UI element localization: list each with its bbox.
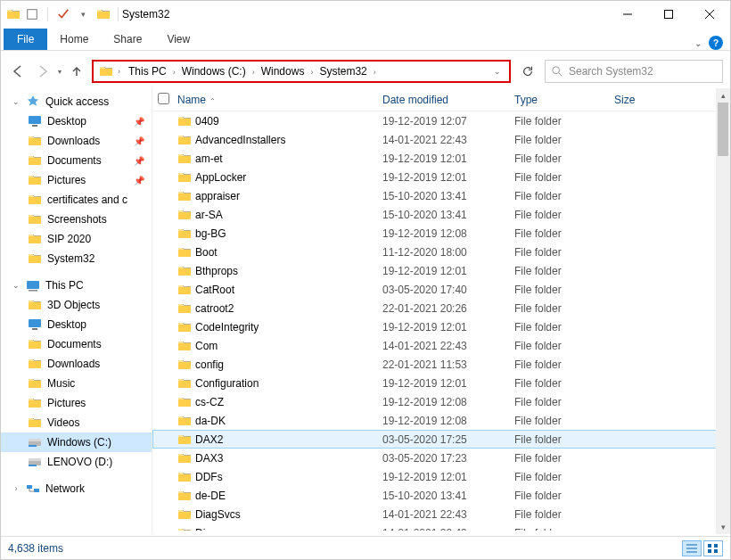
maximize-button[interactable] [648, 1, 689, 28]
table-row[interactable]: am-et 19-12-2019 12:01 File folder [152, 149, 730, 168]
tab-share[interactable]: Share [101, 29, 154, 50]
table-row[interactable]: cs-CZ 19-12-2019 12:08 File folder [152, 392, 730, 411]
sidebar-network[interactable]: › Network [1, 479, 152, 498]
pin-icon: 📌 [134, 156, 144, 166]
folder-icon [177, 358, 195, 372]
close-button[interactable] [689, 1, 730, 28]
table-row[interactable]: config 22-01-2021 11:53 File folder [152, 355, 730, 374]
select-all-checkbox[interactable] [158, 93, 169, 104]
sidebar-this-pc[interactable]: ⌄ This PC [1, 276, 152, 295]
qat-check-icon[interactable] [55, 6, 71, 22]
table-row[interactable]: appraiser 15-10-2020 13:41 File folder [152, 186, 730, 205]
scrollbar-thumb[interactable] [718, 103, 728, 156]
drive-icon [28, 455, 42, 469]
qat-overflow-icon[interactable]: ▾ [75, 6, 91, 22]
folder-icon [177, 451, 195, 465]
recent-locations-icon[interactable]: ▾ [58, 68, 62, 76]
table-row[interactable]: CatRoot 03-05-2020 17:40 File folder [152, 280, 730, 299]
breadcrumb[interactable]: Windows (C:) [178, 65, 250, 78]
sidebar-item[interactable]: Desktop [1, 315, 152, 334]
sidebar-item[interactable]: Documents📌 [1, 151, 152, 170]
table-row[interactable]: 0409 19-12-2019 12:07 File folder [152, 111, 730, 130]
table-row[interactable]: Bthprops 19-12-2019 12:01 File folder [152, 261, 730, 280]
documents-icon [28, 337, 42, 351]
sidebar-item[interactable]: Pictures [1, 393, 152, 413]
3d-icon [28, 298, 42, 312]
table-row[interactable]: catroot2 22-01-2021 20:26 File folder [152, 299, 730, 317]
sidebar-quick-access[interactable]: ⌄ Quick access [1, 92, 152, 111]
table-row[interactable]: Boot 11-12-2020 18:00 File folder [152, 243, 730, 261]
column-type[interactable]: Type [514, 94, 614, 106]
details-view-button[interactable] [682, 540, 702, 556]
window-title: System32 [122, 8, 169, 21]
sidebar-item[interactable]: LENOVO (D:) [1, 452, 152, 472]
sidebar-item[interactable]: Screenshots [1, 210, 152, 229]
table-row[interactable]: DAX3 03-05-2020 17:23 File folder [152, 449, 730, 467]
icons-view-button[interactable] [703, 540, 723, 556]
folder-icon [177, 301, 195, 316]
desktop-icon [28, 317, 42, 332]
navbar: ▾ › This PC›Windows (C:)›Windows›System3… [1, 54, 730, 88]
table-row[interactable]: CodeIntegrity 19-12-2019 12:01 File fold… [152, 317, 730, 336]
svg-rect-9 [28, 10, 37, 20]
chevron-right-icon[interactable]: › [371, 68, 379, 77]
table-row[interactable]: da-DK 19-12-2019 12:08 File folder [152, 411, 730, 430]
address-dropdown-icon[interactable]: ⌄ [491, 67, 504, 76]
tab-home[interactable]: Home [47, 29, 101, 50]
folder-icon [177, 114, 195, 128]
table-row[interactable]: Configuration 19-12-2019 12:01 File fold… [152, 374, 730, 392]
table-row[interactable]: DAX2 03-05-2020 17:25 File folder [152, 430, 730, 449]
scroll-down-icon[interactable]: ▾ [716, 520, 730, 534]
table-row[interactable]: AppLocker 19-12-2019 12:01 File folder [152, 168, 730, 186]
forward-button[interactable] [33, 62, 53, 81]
table-row[interactable]: AdvancedInstallers 14-01-2021 22:43 File… [152, 130, 730, 149]
table-row[interactable]: DDFs 19-12-2019 12:01 File folder [152, 467, 730, 486]
table-row[interactable]: ar-SA 15-10-2020 13:41 File folder [152, 205, 730, 224]
vertical-scrollbar[interactable]: ▴ ▾ [716, 88, 730, 534]
column-name[interactable]: Name⌃ [177, 94, 382, 106]
sidebar-item[interactable]: 3D Objects [1, 295, 152, 315]
sidebar-item[interactable]: SIP 2020 [1, 229, 152, 249]
downloads-icon [28, 357, 42, 371]
address-bar[interactable]: › This PC›Windows (C:)›Windows›System32›… [92, 60, 511, 83]
refresh-button[interactable] [516, 60, 539, 83]
folder-icon [177, 339, 195, 353]
breadcrumb[interactable]: System32 [316, 65, 370, 78]
network-icon [26, 482, 40, 496]
desktop-icon [28, 114, 42, 128]
ribbon-collapse-icon[interactable]: ⌄ [694, 38, 702, 48]
sidebar-item[interactable]: System32 [1, 249, 152, 268]
sidebar-item[interactable]: Downloads📌 [1, 131, 152, 151]
help-icon[interactable]: ? [709, 36, 723, 50]
table-row[interactable]: Com 14-01-2021 22:43 File folder [152, 336, 730, 355]
column-size[interactable]: Size [614, 94, 686, 106]
sidebar-item[interactable]: Windows (C:) [1, 432, 152, 452]
sidebar-item[interactable]: Downloads [1, 354, 152, 374]
folder-icon [177, 376, 195, 391]
up-button[interactable] [67, 62, 86, 81]
chevron-right-icon[interactable]: › [170, 68, 178, 77]
breadcrumb[interactable]: This PC [125, 65, 170, 78]
minimize-button[interactable] [607, 1, 648, 28]
scroll-up-icon[interactable]: ▴ [716, 88, 730, 103]
tab-file[interactable]: File [4, 29, 47, 50]
back-button[interactable] [8, 62, 28, 81]
sidebar-item[interactable]: certificates and c [1, 190, 152, 210]
table-row[interactable]: bg-BG 19-12-2019 12:08 File folder [152, 224, 730, 243]
sidebar-item[interactable]: Desktop📌 [1, 111, 152, 131]
sidebar-item[interactable]: Music [1, 374, 152, 393]
column-date[interactable]: Date modified [382, 94, 514, 106]
sidebar-item[interactable]: Videos [1, 413, 152, 432]
qat-properties-icon[interactable] [24, 6, 40, 22]
search-input[interactable]: Search System32 [545, 60, 723, 83]
folder-icon [177, 245, 195, 259]
breadcrumb[interactable]: Windows [258, 65, 308, 78]
sidebar-item[interactable]: Documents [1, 334, 152, 354]
table-row[interactable]: DiagSvcs 14-01-2021 22:43 File folder [152, 505, 730, 523]
table-row[interactable]: Dism 14-01-2021 22:43 File folder [152, 523, 730, 531]
sidebar-item[interactable]: Pictures📌 [1, 170, 152, 190]
tab-view[interactable]: View [154, 29, 202, 50]
chevron-right-icon[interactable]: › [250, 68, 258, 77]
table-row[interactable]: de-DE 15-10-2020 13:41 File folder [152, 486, 730, 505]
folder-icon [177, 189, 195, 203]
